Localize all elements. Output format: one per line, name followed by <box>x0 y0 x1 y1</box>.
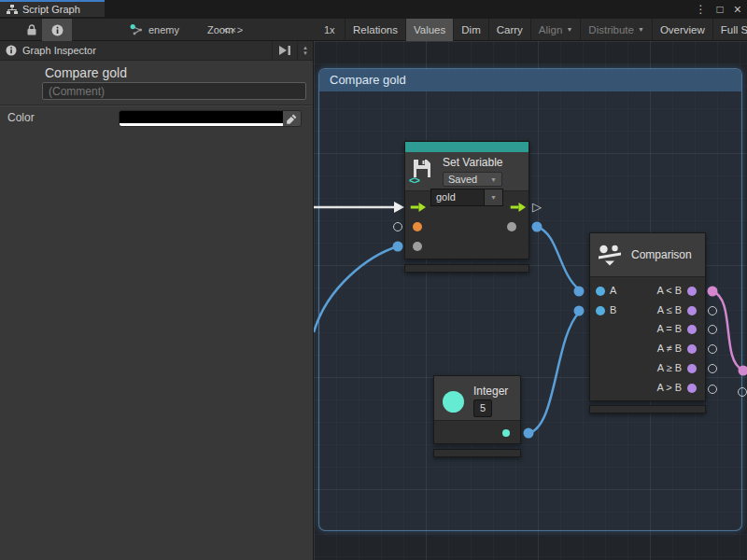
color-swatch[interactable] <box>120 111 283 126</box>
variable-scope-dropdown[interactable]: Saved ▼ <box>443 172 502 187</box>
port-indicator-empty[interactable] <box>738 387 747 397</box>
comparison-header[interactable]: Comparison <box>590 233 705 277</box>
comparison-icon <box>598 243 623 268</box>
port-indicator-empty[interactable] <box>708 344 717 354</box>
chevron-down-icon: ▼ <box>490 194 497 201</box>
info-icon <box>6 45 17 56</box>
divider <box>0 105 313 106</box>
zoom-label: Zoom <box>207 19 233 41</box>
zoom-value: 1x <box>324 19 335 41</box>
tab-script-graph[interactable]: Script Graph <box>0 0 105 17</box>
port-indicator-connected[interactable] <box>393 242 403 252</box>
group-header[interactable]: Compare gold <box>319 69 741 91</box>
panel-spinner[interactable]: ▲ ▼ <box>297 41 313 60</box>
integer-value-input[interactable]: 5 <box>473 399 492 417</box>
window-titlebar: Script Graph ⋮ □ × <box>0 0 747 19</box>
output-port-lt[interactable] <box>687 287 697 296</box>
alpha-bar <box>120 123 283 126</box>
set-variable-header[interactable]: <> Set Variable Saved ▼ <box>405 152 529 191</box>
integer-icon <box>443 391 464 413</box>
input-port-a[interactable] <box>596 287 605 296</box>
lock-icon[interactable] <box>26 19 37 41</box>
output-label-lt: A < B <box>656 285 682 296</box>
chevron-down-icon: ▼ <box>566 19 572 41</box>
port-indicator-empty[interactable] <box>708 385 717 394</box>
toolbar-button-values[interactable]: Values <box>405 19 453 41</box>
value-out-indicator-connected[interactable] <box>532 222 543 232</box>
output-label-eq: A = B <box>656 323 682 334</box>
window-menu-button[interactable]: ⋮ <box>696 0 707 19</box>
offscreen-input-indicator-connected[interactable] <box>739 366 747 376</box>
variable-name-value: gold <box>430 189 485 206</box>
integer-output-port[interactable] <box>502 429 510 437</box>
integer-footer <box>433 449 521 457</box>
spin-down-icon: ▼ <box>303 50 308 56</box>
output-label-neq: A ≠ B <box>657 343 682 354</box>
window-close-button[interactable]: × <box>734 0 741 19</box>
output-port-eq[interactable] <box>687 325 697 334</box>
toolbar-button-overview[interactable]: Overview <box>652 19 712 41</box>
input-label-a: A <box>610 285 616 296</box>
toolbar-button-carry[interactable]: Carry <box>488 19 530 41</box>
lt-indicator-connected[interactable] <box>708 287 718 297</box>
value-output-port[interactable] <box>507 222 516 231</box>
inspector-toggle-button[interactable] <box>42 19 72 41</box>
b-indicator-connected[interactable] <box>574 306 585 316</box>
flow-input-port[interactable] <box>411 203 427 213</box>
graph-canvas[interactable]: Compare gold <> Set Variable Saved ▼ <box>314 41 747 560</box>
port-indicator-empty[interactable] <box>393 222 402 231</box>
a-indicator-connected[interactable] <box>574 287 585 297</box>
color-field-label: Color <box>7 111 35 124</box>
window-maximize-button[interactable]: □ <box>717 0 724 19</box>
info-icon <box>51 24 63 36</box>
value-input-port[interactable] <box>413 222 422 231</box>
toolbar-button-align[interactable]: Align▼ <box>530 19 581 41</box>
color-field[interactable] <box>119 110 302 127</box>
toolbar-button-fullscreen[interactable]: Full Screen <box>712 19 747 41</box>
output-port-lte[interactable] <box>687 306 697 315</box>
flow-output-port[interactable] <box>511 203 527 213</box>
node-title: Set Variable <box>443 156 502 169</box>
graph-toolbar: <×> enemy Zoom 1x Relations Values Dim C… <box>0 19 747 41</box>
port-indicator-empty[interactable] <box>708 364 717 373</box>
input-port-b[interactable] <box>596 306 605 315</box>
graph-reference[interactable]: enemy <box>130 19 179 41</box>
toolbar-button-dim[interactable]: Dim <box>453 19 487 41</box>
dock-panel-icon[interactable] <box>272 41 297 60</box>
port-indicator-empty[interactable] <box>708 306 717 315</box>
output-label-lte: A ≤ B <box>657 304 682 315</box>
toolbar-button-distribute[interactable]: Distribute▼ <box>580 19 652 41</box>
group-title: Compare gold <box>330 73 406 87</box>
comment-input[interactable] <box>42 82 306 100</box>
eyedropper-icon <box>287 114 297 124</box>
chevron-down-icon: ▼ <box>638 19 644 41</box>
chevron-down-icon: ▼ <box>490 176 497 183</box>
output-port-neq[interactable] <box>687 344 697 354</box>
output-label-gt: A > B <box>656 382 682 393</box>
integer-out-indicator-connected[interactable] <box>524 428 534 439</box>
save-variable-icon: <> <box>411 158 435 182</box>
flow-out-indicator-empty[interactable]: ▷ <box>532 201 542 213</box>
variable-dropdown-button[interactable]: ▼ <box>485 189 503 206</box>
inspected-graph-title: Compare gold <box>45 65 127 80</box>
variable-name-dropdown[interactable]: gold ▼ <box>430 189 503 206</box>
node-title: Integer <box>473 385 508 398</box>
comparison-footer <box>589 405 706 413</box>
toolbar-button-relations[interactable]: Relations <box>345 19 405 41</box>
eyedropper-button[interactable] <box>283 111 301 126</box>
port-indicator-empty[interactable] <box>708 325 717 334</box>
graph-ref-icon <box>130 24 144 35</box>
inspector-title: Graph Inspector <box>22 45 272 56</box>
integer-header[interactable]: Integer 5 <box>434 376 520 421</box>
node-comparison[interactable]: Comparison A B A < B A ≤ B A = B A ≠ B A… <box>589 232 706 401</box>
fallback-input-port[interactable] <box>413 242 422 251</box>
node-set-variable[interactable]: <> Set Variable Saved ▼ gold ▼ <box>404 141 529 259</box>
graph-ref-label: enemy <box>148 24 179 35</box>
graph-tab-icon <box>7 5 18 15</box>
inspector-header: Graph Inspector ▲ ▼ <box>0 41 313 61</box>
output-port-gt[interactable] <box>687 384 697 393</box>
graph-inspector-panel: Graph Inspector ▲ ▼ Compare gold Color <box>0 41 314 560</box>
output-port-gte[interactable] <box>687 364 697 373</box>
output-label-gte: A ≥ B <box>657 362 682 373</box>
variable-kind-bar <box>405 142 529 152</box>
